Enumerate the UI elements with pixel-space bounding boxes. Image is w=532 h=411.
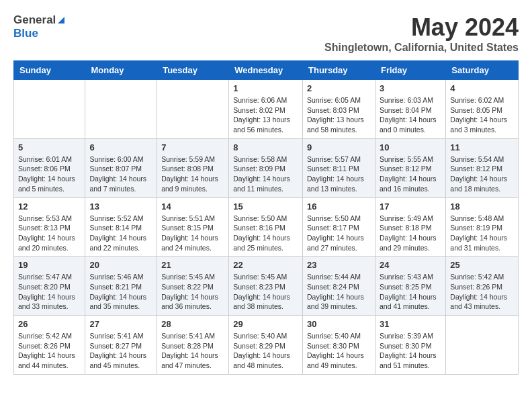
calendar-cell bbox=[14, 80, 85, 139]
calendar-cell: 22Sunrise: 5:45 AMSunset: 8:23 PMDayligh… bbox=[229, 257, 303, 316]
calendar-cell: 29Sunrise: 5:40 AMSunset: 8:29 PMDayligh… bbox=[229, 316, 303, 375]
day-number: 2 bbox=[307, 83, 371, 93]
calendar-cell: 2Sunrise: 6:05 AMSunset: 8:03 PMDaylight… bbox=[303, 80, 375, 139]
calendar-cell: 19Sunrise: 5:47 AMSunset: 8:20 PMDayligh… bbox=[14, 257, 85, 316]
cell-content: Sunrise: 5:39 AMSunset: 8:30 PMDaylight:… bbox=[380, 331, 441, 371]
calendar-cell bbox=[446, 316, 519, 375]
calendar-cell: 10Sunrise: 5:55 AMSunset: 8:12 PMDayligh… bbox=[375, 138, 445, 197]
cell-content: Sunrise: 6:03 AMSunset: 8:04 PMDaylight:… bbox=[380, 95, 441, 135]
day-number: 5 bbox=[18, 142, 81, 152]
calendar-cell: 3Sunrise: 6:03 AMSunset: 8:04 PMDaylight… bbox=[375, 80, 445, 139]
day-number: 1 bbox=[233, 83, 298, 93]
calendar-cell: 30Sunrise: 5:40 AMSunset: 8:30 PMDayligh… bbox=[303, 316, 375, 375]
day-number: 11 bbox=[450, 142, 514, 152]
day-number: 16 bbox=[307, 201, 371, 212]
cell-content: Sunrise: 5:46 AMSunset: 8:21 PMDaylight:… bbox=[89, 272, 152, 312]
day-number: 20 bbox=[89, 260, 152, 270]
day-number: 25 bbox=[450, 260, 514, 270]
day-number: 13 bbox=[89, 201, 152, 212]
weekday-header-cell: Friday bbox=[375, 61, 445, 80]
day-number: 26 bbox=[18, 319, 81, 329]
day-number: 29 bbox=[233, 319, 298, 329]
cell-content: Sunrise: 5:40 AMSunset: 8:30 PMDaylight:… bbox=[307, 331, 371, 371]
calendar-week-row: 5Sunrise: 6:01 AMSunset: 8:06 PMDaylight… bbox=[14, 138, 519, 197]
calendar-cell bbox=[157, 80, 229, 139]
day-number: 23 bbox=[307, 260, 371, 270]
calendar-cell: 31Sunrise: 5:39 AMSunset: 8:30 PMDayligh… bbox=[375, 316, 445, 375]
day-number: 12 bbox=[18, 201, 81, 212]
weekday-header-cell: Tuesday bbox=[157, 61, 229, 80]
calendar-cell: 26Sunrise: 5:42 AMSunset: 8:26 PMDayligh… bbox=[14, 316, 85, 375]
cell-content: Sunrise: 5:42 AMSunset: 8:26 PMDaylight:… bbox=[450, 272, 514, 312]
cell-content: Sunrise: 5:44 AMSunset: 8:24 PMDaylight:… bbox=[307, 272, 371, 312]
cell-content: Sunrise: 5:45 AMSunset: 8:22 PMDaylight:… bbox=[161, 272, 224, 312]
cell-content: Sunrise: 6:01 AMSunset: 8:06 PMDaylight:… bbox=[18, 154, 81, 194]
day-number: 19 bbox=[18, 260, 81, 270]
svg-marker-0 bbox=[58, 17, 64, 24]
day-number: 22 bbox=[233, 260, 298, 270]
calendar-cell: 16Sunrise: 5:50 AMSunset: 8:17 PMDayligh… bbox=[303, 197, 375, 257]
cell-content: Sunrise: 5:50 AMSunset: 8:17 PMDaylight:… bbox=[307, 214, 371, 253]
calendar-cell bbox=[85, 80, 157, 139]
weekday-header-cell: Sunday bbox=[14, 61, 85, 80]
day-number: 3 bbox=[380, 83, 441, 93]
cell-content: Sunrise: 5:59 AMSunset: 8:08 PMDaylight:… bbox=[161, 154, 224, 194]
calendar-cell: 20Sunrise: 5:46 AMSunset: 8:21 PMDayligh… bbox=[85, 257, 157, 316]
cell-content: Sunrise: 5:58 AMSunset: 8:09 PMDaylight:… bbox=[233, 154, 298, 194]
day-number: 7 bbox=[161, 142, 224, 152]
cell-content: Sunrise: 5:47 AMSunset: 8:20 PMDaylight:… bbox=[18, 272, 81, 312]
location-title: Shingletown, California, United States bbox=[324, 42, 519, 54]
calendar-cell: 17Sunrise: 5:49 AMSunset: 8:18 PMDayligh… bbox=[375, 197, 445, 257]
cell-content: Sunrise: 5:40 AMSunset: 8:29 PMDaylight:… bbox=[233, 331, 298, 371]
calendar-cell: 27Sunrise: 5:41 AMSunset: 8:27 PMDayligh… bbox=[85, 316, 157, 375]
day-number: 17 bbox=[380, 201, 441, 212]
logo-general-text: General bbox=[13, 13, 56, 27]
calendar-table: SundayMondayTuesdayWednesdayThursdayFrid… bbox=[13, 60, 519, 375]
day-number: 24 bbox=[380, 260, 441, 270]
calendar-cell: 23Sunrise: 5:44 AMSunset: 8:24 PMDayligh… bbox=[303, 257, 375, 316]
cell-content: Sunrise: 5:45 AMSunset: 8:23 PMDaylight:… bbox=[233, 272, 298, 312]
calendar-cell: 8Sunrise: 5:58 AMSunset: 8:09 PMDaylight… bbox=[229, 138, 303, 197]
calendar-cell: 4Sunrise: 6:02 AMSunset: 8:05 PMDaylight… bbox=[446, 80, 519, 139]
header: General Blue May 2024 Shingletown, Calif… bbox=[13, 13, 519, 54]
calendar-cell: 18Sunrise: 5:48 AMSunset: 8:19 PMDayligh… bbox=[446, 197, 519, 257]
calendar-cell: 21Sunrise: 5:45 AMSunset: 8:22 PMDayligh… bbox=[157, 257, 229, 316]
calendar-cell: 25Sunrise: 5:42 AMSunset: 8:26 PMDayligh… bbox=[446, 257, 519, 316]
day-number: 31 bbox=[380, 319, 441, 329]
cell-content: Sunrise: 5:57 AMSunset: 8:11 PMDaylight:… bbox=[307, 154, 371, 194]
title-area: May 2024 Shingletown, California, United… bbox=[324, 13, 519, 54]
day-number: 27 bbox=[89, 319, 152, 329]
cell-content: Sunrise: 5:43 AMSunset: 8:25 PMDaylight:… bbox=[380, 272, 441, 312]
day-number: 6 bbox=[89, 142, 152, 152]
calendar-week-row: 26Sunrise: 5:42 AMSunset: 8:26 PMDayligh… bbox=[14, 316, 519, 375]
day-number: 30 bbox=[307, 319, 371, 329]
cell-content: Sunrise: 6:06 AMSunset: 8:02 PMDaylight:… bbox=[233, 95, 298, 135]
cell-content: Sunrise: 5:51 AMSunset: 8:15 PMDaylight:… bbox=[161, 214, 224, 253]
cell-content: Sunrise: 5:42 AMSunset: 8:26 PMDaylight:… bbox=[18, 331, 81, 371]
day-number: 18 bbox=[450, 201, 514, 212]
cell-content: Sunrise: 5:41 AMSunset: 8:28 PMDaylight:… bbox=[161, 331, 224, 371]
calendar-cell: 14Sunrise: 5:51 AMSunset: 8:15 PMDayligh… bbox=[157, 197, 229, 257]
calendar-cell: 7Sunrise: 5:59 AMSunset: 8:08 PMDaylight… bbox=[157, 138, 229, 197]
cell-content: Sunrise: 5:53 AMSunset: 8:13 PMDaylight:… bbox=[18, 214, 81, 253]
calendar-cell: 24Sunrise: 5:43 AMSunset: 8:25 PMDayligh… bbox=[375, 257, 445, 316]
cell-content: Sunrise: 5:54 AMSunset: 8:12 PMDaylight:… bbox=[450, 154, 514, 194]
calendar-cell: 15Sunrise: 5:50 AMSunset: 8:16 PMDayligh… bbox=[229, 197, 303, 257]
month-title: May 2024 bbox=[324, 13, 519, 42]
day-number: 4 bbox=[450, 83, 514, 93]
calendar-cell: 9Sunrise: 5:57 AMSunset: 8:11 PMDaylight… bbox=[303, 138, 375, 197]
calendar-cell: 28Sunrise: 5:41 AMSunset: 8:28 PMDayligh… bbox=[157, 316, 229, 375]
calendar-cell: 11Sunrise: 5:54 AMSunset: 8:12 PMDayligh… bbox=[446, 138, 519, 197]
cell-content: Sunrise: 5:48 AMSunset: 8:19 PMDaylight:… bbox=[450, 214, 514, 253]
weekday-header-cell: Monday bbox=[85, 61, 157, 80]
calendar-week-row: 1Sunrise: 6:06 AMSunset: 8:02 PMDaylight… bbox=[14, 80, 519, 139]
cell-content: Sunrise: 5:41 AMSunset: 8:27 PMDaylight:… bbox=[89, 331, 152, 371]
cell-content: Sunrise: 5:52 AMSunset: 8:14 PMDaylight:… bbox=[89, 214, 152, 253]
calendar-week-row: 19Sunrise: 5:47 AMSunset: 8:20 PMDayligh… bbox=[14, 257, 519, 316]
logo: General Blue bbox=[13, 13, 66, 40]
day-number: 14 bbox=[161, 201, 224, 212]
calendar-cell: 5Sunrise: 6:01 AMSunset: 8:06 PMDaylight… bbox=[14, 138, 85, 197]
cell-content: Sunrise: 6:02 AMSunset: 8:05 PMDaylight:… bbox=[450, 95, 514, 135]
day-number: 10 bbox=[380, 142, 441, 152]
day-number: 8 bbox=[233, 142, 298, 152]
